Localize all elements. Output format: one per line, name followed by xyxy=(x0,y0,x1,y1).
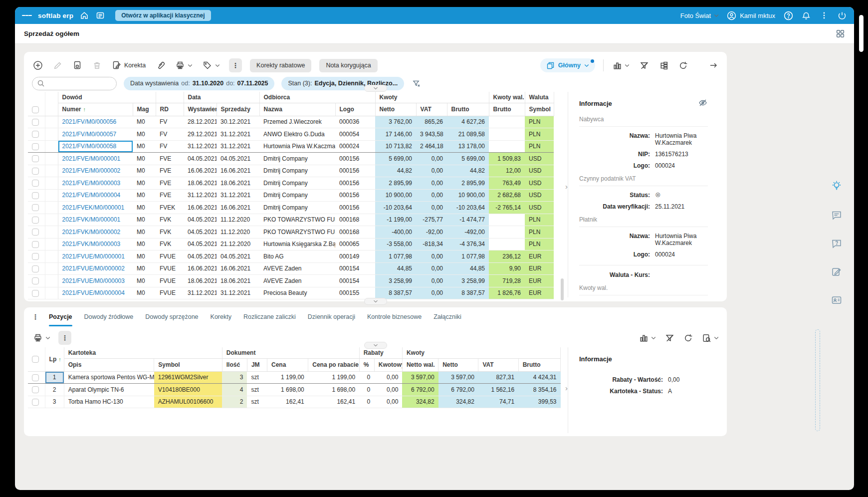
search-box[interactable] xyxy=(32,77,117,90)
chart-button[interactable] xyxy=(612,60,631,71)
select-all-checkbox[interactable] xyxy=(28,92,45,116)
row-checkbox[interactable] xyxy=(28,226,45,239)
table-row[interactable]: 2021/FVUE/M0/000003M0FVUE18.06.202118.06… xyxy=(28,275,554,287)
table-row[interactable]: 2021/FVE/M0/000002M0FVE16.06.202116.06.2… xyxy=(28,165,554,177)
row-checkbox[interactable] xyxy=(28,140,45,153)
cell-numer[interactable]: 2021/FVUE/M0/000001 xyxy=(58,250,133,263)
positions-select-all-checkbox[interactable] xyxy=(28,347,45,371)
clear-filter-button[interactable] xyxy=(639,60,650,71)
window-scrollbar[interactable] xyxy=(859,15,864,52)
positions-collapse-pill[interactable] xyxy=(364,342,387,349)
col-header-ilosc[interactable]: Ilość xyxy=(222,358,247,371)
row-checkbox[interactable] xyxy=(28,396,45,408)
layout-grid-icon[interactable] xyxy=(835,29,845,39)
positions-chart-button[interactable] xyxy=(638,332,657,344)
table-scrollbar[interactable] xyxy=(561,278,564,300)
col-header-vat2[interactable]: VAT xyxy=(478,358,518,371)
positions-more-button[interactable]: ⋮ xyxy=(58,331,71,345)
col-header-proc[interactable]: % xyxy=(359,358,374,371)
col-header-wal-brutto[interactable]: Brutto xyxy=(489,103,525,116)
tab-kontrole-biznesowe[interactable]: Kontrole biznesowe xyxy=(367,307,422,326)
col-header-brutto[interactable]: Brutto xyxy=(447,103,489,116)
more-options-icon[interactable] xyxy=(819,10,829,20)
cell-numer[interactable]: 2021/FVE/M0/000004 xyxy=(58,189,133,202)
tabs-more-icon[interactable]: ⋮ xyxy=(32,313,39,321)
positions-collapse-panel-icon[interactable]: › xyxy=(565,386,568,391)
col-header-numer[interactable]: Numer↑ xyxy=(58,103,133,116)
cell-numer[interactable]: 2021/FVE/M0/000002 xyxy=(58,165,133,177)
cell-numer[interactable]: 2021/FVE/M0/000003 xyxy=(58,177,133,190)
hide-info-icon[interactable] xyxy=(698,98,708,109)
cell-numer[interactable]: 2021/FVK/M0/000003 xyxy=(58,238,133,250)
col-header-jm[interactable]: JM xyxy=(247,358,267,371)
col-header-vat[interactable]: VAT xyxy=(416,103,447,116)
cell-numer[interactable]: 2021/FVE/M0/000001 xyxy=(58,153,133,165)
col-header-rd[interactable]: RD xyxy=(156,103,184,116)
positions-refresh-button[interactable] xyxy=(682,332,694,344)
collapse-table-pill[interactable] xyxy=(364,85,387,92)
collapse-card-pill[interactable] xyxy=(364,298,387,305)
row-checkbox[interactable] xyxy=(28,275,45,287)
row-checkbox[interactable] xyxy=(28,384,45,396)
company-selector[interactable]: Foto Świat xyxy=(680,12,719,19)
table-row[interactable]: 2021/FVUE/M0/000002M0FVUE16.06.202116.06… xyxy=(28,262,554,275)
table-row[interactable]: 1Kamera sportowa Pentos WG-M212961WGM2Si… xyxy=(28,371,561,384)
col-header-lp[interactable]: Lp↑ xyxy=(45,347,64,371)
nota-korygujaca-button[interactable]: Nota korygująca xyxy=(319,59,377,72)
col-header-mag[interactable]: Mag xyxy=(133,103,156,116)
table-row[interactable]: 2021/FVUE/M0/000004M0FVUE31.12.202131.12… xyxy=(28,287,554,299)
user-menu[interactable]: Kamil mktux xyxy=(727,11,775,20)
cell-numer[interactable]: 2021/FVUE/M0/000002 xyxy=(58,262,133,275)
notifications-icon[interactable] xyxy=(801,10,811,20)
view-selector[interactable]: Główny xyxy=(540,58,595,72)
table-row[interactable]: 2021/FVE/M0/000004M0FVE31.12.202131.12.2… xyxy=(28,189,554,202)
power-icon[interactable] xyxy=(837,10,847,20)
col-header-symbol[interactable]: Symbol xyxy=(154,358,222,371)
print-button[interactable] xyxy=(174,59,194,71)
korekty-rabatowe-button[interactable]: Korekty rabatowe xyxy=(250,59,311,72)
row-checkbox[interactable] xyxy=(28,262,45,275)
row-checkbox[interactable] xyxy=(28,371,45,384)
table-row[interactable]: 2021/FVK/M0/000001M0FVK04.05.202111.12.2… xyxy=(28,214,554,226)
tab-załączniki[interactable]: Załączniki xyxy=(434,307,461,326)
chat-icon[interactable] xyxy=(831,209,843,223)
col-header-nazwa[interactable]: Nazwa xyxy=(259,103,335,116)
positions-clear-filter-button[interactable] xyxy=(664,332,675,344)
assistant-idea-icon[interactable] xyxy=(830,180,843,194)
table-row[interactable]: 2021/FVK/M0/000002M0FVK04.05.202111.12.2… xyxy=(28,226,554,239)
date-filter-chip[interactable]: Data wystawienia od:31.10.2020 do:07.11.… xyxy=(124,77,274,90)
remove-stan-filter-icon[interactable] xyxy=(411,78,422,89)
refresh-button[interactable] xyxy=(677,60,689,71)
expand-panel-button[interactable] xyxy=(708,60,720,71)
collapse-panel-icon[interactable]: › xyxy=(565,184,568,189)
menu-icon[interactable] xyxy=(22,10,32,20)
tab-dziennik-operacji[interactable]: Dziennik operacji xyxy=(308,307,355,326)
positions-print-button[interactable] xyxy=(32,332,51,344)
copy-document-button[interactable] xyxy=(71,59,83,71)
row-checkbox[interactable] xyxy=(28,177,45,190)
tab-dowody-źródłowe[interactable]: Dowody źródłowe xyxy=(84,307,134,326)
cell-numer[interactable]: 2021/FVUE/M0/000004 xyxy=(58,287,133,299)
help-icon[interactable] xyxy=(783,10,793,20)
more-actions-button[interactable]: ⋮ xyxy=(229,58,242,72)
col-header-logo[interactable]: Logo xyxy=(335,103,375,116)
row-checkbox[interactable] xyxy=(28,238,45,250)
col-header-netto[interactable]: Netto xyxy=(375,103,416,116)
cell-numer[interactable]: 2021/FVK/M0/000002 xyxy=(58,226,133,239)
row-checkbox[interactable] xyxy=(28,116,45,128)
col-header-waluta-symbol[interactable]: Symbol xyxy=(525,103,554,116)
col-header-opis[interactable]: Opis xyxy=(64,358,154,371)
col-header-netto-wal[interactable]: Netto wal. xyxy=(402,358,438,371)
table-row[interactable]: 2021/FV/M0/000057M0FV29.12.202131.12.202… xyxy=(28,128,554,141)
cell-numer[interactable]: 2021/FV/M0/000057 xyxy=(58,128,133,141)
home-icon[interactable] xyxy=(79,10,89,20)
tags-button[interactable] xyxy=(202,59,221,71)
col-header-sprzedazy[interactable]: Sprzedaży xyxy=(217,103,259,116)
cell-numer[interactable]: 2021/FVEK/M0/000001 xyxy=(58,202,133,214)
cell-numer[interactable]: 2021/FV/M0/000058 xyxy=(58,140,133,153)
tab-dowody-sprzężone[interactable]: Dowody sprzężone xyxy=(145,307,198,326)
tab-korekty[interactable]: Korekty xyxy=(211,307,231,326)
open-classic-app-button[interactable]: Otwórz w aplikacji klasycznej xyxy=(115,10,211,21)
col-header-cena-po-rabacie[interactable]: Cena po rabacie xyxy=(308,358,359,371)
table-row[interactable]: 2021/FVK/M0/000003M0FVK04.05.202121.12.2… xyxy=(28,238,554,250)
